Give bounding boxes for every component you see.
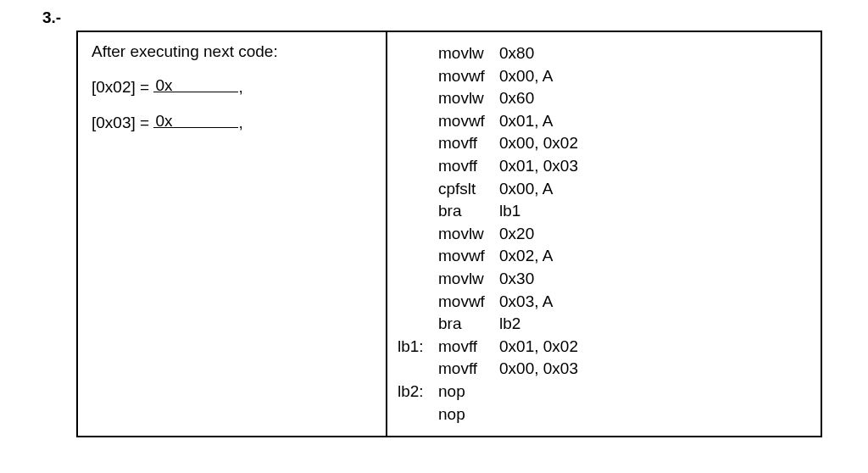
code-block: movlw0x80movwf0x00, Amovlw0x60movwf0x01,… bbox=[398, 42, 807, 426]
code-label bbox=[398, 245, 438, 268]
code-args: 0x01, 0x03 bbox=[499, 155, 578, 178]
code-line: lb2:nop bbox=[398, 381, 807, 403]
code-label bbox=[398, 291, 438, 314]
code-args: 0x60 bbox=[499, 87, 534, 110]
question-container: After executing next code: [0x02] = 0x, … bbox=[76, 31, 822, 437]
code-args: 0x01, 0x02 bbox=[499, 336, 578, 359]
code-op: movlw bbox=[438, 268, 499, 291]
code-op: movwf bbox=[438, 65, 499, 88]
blank-prefix: [0x03] = bbox=[92, 114, 153, 131]
code-args: 0x20 bbox=[499, 223, 534, 246]
code-line: movlw0x30 bbox=[398, 268, 807, 291]
code-label bbox=[398, 155, 438, 178]
code-op: movlw bbox=[438, 87, 499, 110]
blank-underline-text: 0x bbox=[153, 76, 172, 94]
blank-underline: 0x bbox=[153, 112, 238, 128]
code-args: 0x03, A bbox=[499, 291, 553, 314]
code-line: movwf0x01, A bbox=[398, 110, 807, 133]
blank-underline-text: 0x bbox=[153, 112, 172, 130]
code-label bbox=[398, 403, 438, 426]
code-line: cpfslt0x00, A bbox=[398, 178, 807, 201]
code-args: 0x00, 0x02 bbox=[499, 132, 578, 155]
code-line: bralb1 bbox=[398, 200, 807, 223]
code-label bbox=[398, 42, 438, 65]
code-label: lb1: bbox=[398, 336, 438, 359]
code-op: movff bbox=[438, 358, 499, 381]
code-op: bra bbox=[438, 200, 499, 223]
code-args: lb2 bbox=[499, 313, 520, 336]
code-label: lb2: bbox=[398, 381, 438, 403]
right-column: movlw0x80movwf0x00, Amovlw0x60movwf0x01,… bbox=[387, 32, 821, 436]
code-args: 0x00, A bbox=[499, 65, 553, 88]
code-args: 0x02, A bbox=[499, 245, 553, 268]
blank-row-1: [0x03] = 0x, bbox=[92, 114, 372, 132]
code-label bbox=[398, 178, 438, 201]
code-line: movff0x00, 0x02 bbox=[398, 132, 807, 155]
code-op: movwf bbox=[438, 110, 499, 133]
code-line: movff0x01, 0x03 bbox=[398, 155, 807, 178]
code-line: movlw0x60 bbox=[398, 87, 807, 110]
code-line: movwf0x03, A bbox=[398, 291, 807, 314]
code-op: movff bbox=[438, 155, 499, 178]
code-label bbox=[398, 200, 438, 223]
code-label bbox=[398, 110, 438, 133]
question-number: 3.- bbox=[25, 8, 843, 27]
code-args: 0x00, A bbox=[499, 178, 553, 201]
code-label bbox=[398, 358, 438, 381]
blank-suffix: , bbox=[238, 78, 242, 96]
code-op: movlw bbox=[438, 42, 499, 65]
code-label bbox=[398, 223, 438, 246]
code-label bbox=[398, 132, 438, 155]
left-column: After executing next code: [0x02] = 0x, … bbox=[78, 32, 387, 436]
code-op: movff bbox=[438, 336, 499, 359]
code-label bbox=[398, 313, 438, 336]
prompt-text: After executing next code: bbox=[92, 42, 372, 61]
blank-suffix: , bbox=[238, 114, 242, 131]
code-line: movff0x00, 0x03 bbox=[398, 358, 807, 381]
blank-underline: 0x bbox=[153, 76, 238, 92]
code-line: bralb2 bbox=[398, 313, 807, 336]
code-args: lb1 bbox=[499, 200, 520, 223]
code-args: 0x00, 0x03 bbox=[499, 358, 578, 381]
code-args: 0x80 bbox=[499, 42, 534, 65]
code-label bbox=[398, 87, 438, 110]
code-args: 0x30 bbox=[499, 268, 534, 291]
code-op: movwf bbox=[438, 245, 499, 268]
blank-prefix: [0x02] = bbox=[92, 78, 153, 96]
blank-row-0: [0x02] = 0x, bbox=[92, 78, 372, 97]
code-op: movff bbox=[438, 132, 499, 155]
code-line: lb1:movff0x01, 0x02 bbox=[398, 336, 807, 359]
code-op: nop bbox=[438, 403, 499, 426]
code-line: movlw0x20 bbox=[398, 223, 807, 246]
code-label bbox=[398, 268, 438, 291]
code-op: bra bbox=[438, 313, 499, 336]
code-op: movlw bbox=[438, 223, 499, 246]
code-args: 0x01, A bbox=[499, 110, 553, 133]
code-label bbox=[398, 65, 438, 88]
code-op: cpfslt bbox=[438, 178, 499, 201]
code-line: movwf0x02, A bbox=[398, 245, 807, 268]
code-op: nop bbox=[438, 381, 499, 403]
code-op: movwf bbox=[438, 291, 499, 314]
code-line: movlw0x80 bbox=[398, 42, 807, 65]
code-line: movwf0x00, A bbox=[398, 65, 807, 88]
code-line: nop bbox=[398, 403, 807, 426]
